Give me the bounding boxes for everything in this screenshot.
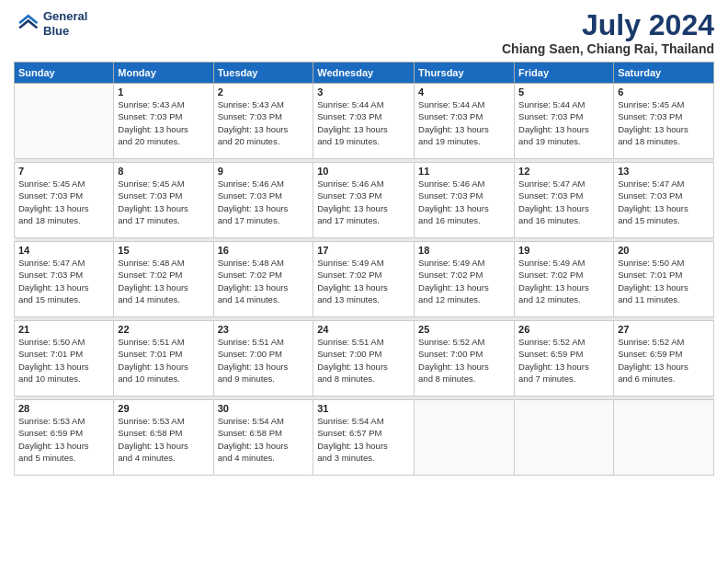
calendar-cell: 1Sunrise: 5:43 AMSunset: 7:03 PMDaylight… <box>114 84 213 159</box>
day-info: Sunrise: 5:46 AMSunset: 7:03 PMDaylight:… <box>218 178 310 226</box>
logo-icon <box>14 11 40 37</box>
page-container: General Blue July 2024 Chiang Saen, Chia… <box>0 0 728 563</box>
day-number: 7 <box>18 166 109 177</box>
calendar-cell: 26Sunrise: 5:52 AMSunset: 6:59 PMDayligh… <box>515 321 614 396</box>
logo-text: General Blue <box>43 9 87 38</box>
day-info: Sunrise: 5:44 AMSunset: 7:03 PMDaylight:… <box>418 98 510 147</box>
day-info: Sunrise: 5:46 AMSunset: 7:03 PMDaylight:… <box>317 178 410 226</box>
logo: General Blue <box>14 9 87 38</box>
day-number: 19 <box>518 245 609 256</box>
day-number: 5 <box>518 86 609 98</box>
calendar-header-sunday: Sunday <box>15 63 114 84</box>
day-number: 6 <box>618 86 710 98</box>
day-number: 24 <box>317 324 410 335</box>
calendar-header-thursday: Thursday <box>415 63 515 84</box>
day-number: 4 <box>418 86 510 98</box>
day-info: Sunrise: 5:44 AMSunset: 7:03 PMDaylight:… <box>317 98 410 147</box>
calendar-header-tuesday: Tuesday <box>213 63 313 84</box>
day-number: 14 <box>18 245 109 256</box>
day-info: Sunrise: 5:44 AMSunset: 7:03 PMDaylight:… <box>518 98 609 147</box>
calendar-cell: 20Sunrise: 5:50 AMSunset: 7:01 PMDayligh… <box>614 242 714 317</box>
calendar-cell: 12Sunrise: 5:47 AMSunset: 7:03 PMDayligh… <box>515 163 614 238</box>
day-number: 29 <box>118 403 209 414</box>
calendar-cell <box>15 84 114 159</box>
calendar-cell: 10Sunrise: 5:46 AMSunset: 7:03 PMDayligh… <box>313 163 415 238</box>
calendar-table: SundayMondayTuesdayWednesdayThursdayFrid… <box>14 62 714 476</box>
calendar-cell <box>614 400 714 476</box>
calendar-cell: 2Sunrise: 5:43 AMSunset: 7:03 PMDaylight… <box>213 84 313 159</box>
day-info: Sunrise: 5:54 AMSunset: 6:57 PMDaylight:… <box>317 415 410 464</box>
day-number: 22 <box>118 324 209 335</box>
calendar-cell: 24Sunrise: 5:51 AMSunset: 7:00 PMDayligh… <box>313 321 415 396</box>
calendar-header-monday: Monday <box>114 63 213 84</box>
day-number: 20 <box>618 245 710 256</box>
day-info: Sunrise: 5:53 AMSunset: 6:58 PMDaylight:… <box>118 415 209 464</box>
day-number: 31 <box>317 403 410 414</box>
calendar-cell: 4Sunrise: 5:44 AMSunset: 7:03 PMDaylight… <box>415 84 515 159</box>
day-number: 27 <box>618 324 710 335</box>
day-number: 26 <box>518 324 609 335</box>
day-info: Sunrise: 5:47 AMSunset: 7:03 PMDaylight:… <box>18 257 109 305</box>
calendar-cell: 31Sunrise: 5:54 AMSunset: 6:57 PMDayligh… <box>313 400 415 476</box>
day-number: 15 <box>118 245 209 256</box>
calendar-cell: 21Sunrise: 5:50 AMSunset: 7:01 PMDayligh… <box>15 321 114 396</box>
calendar-header-saturday: Saturday <box>614 63 714 84</box>
day-number: 3 <box>317 86 410 98</box>
calendar-header-wednesday: Wednesday <box>313 63 415 84</box>
calendar-cell: 17Sunrise: 5:49 AMSunset: 7:02 PMDayligh… <box>313 242 415 317</box>
day-info: Sunrise: 5:46 AMSunset: 7:03 PMDaylight:… <box>418 178 510 226</box>
day-info: Sunrise: 5:50 AMSunset: 7:01 PMDaylight:… <box>618 257 710 305</box>
day-info: Sunrise: 5:48 AMSunset: 7:02 PMDaylight:… <box>118 257 209 305</box>
day-info: Sunrise: 5:45 AMSunset: 7:03 PMDaylight:… <box>18 178 109 226</box>
calendar-cell: 6Sunrise: 5:45 AMSunset: 7:03 PMDaylight… <box>614 84 714 159</box>
calendar-cell <box>515 400 614 476</box>
day-info: Sunrise: 5:51 AMSunset: 7:01 PMDaylight:… <box>118 336 209 385</box>
day-number: 30 <box>218 403 310 414</box>
calendar-cell: 13Sunrise: 5:47 AMSunset: 7:03 PMDayligh… <box>614 163 714 238</box>
calendar-cell: 18Sunrise: 5:49 AMSunset: 7:02 PMDayligh… <box>415 242 515 317</box>
day-number: 8 <box>118 166 209 177</box>
day-info: Sunrise: 5:43 AMSunset: 7:03 PMDaylight:… <box>218 98 310 147</box>
calendar-week-2: 7Sunrise: 5:45 AMSunset: 7:03 PMDaylight… <box>15 163 714 238</box>
day-number: 23 <box>218 324 310 335</box>
day-info: Sunrise: 5:54 AMSunset: 6:58 PMDaylight:… <box>218 415 310 464</box>
day-info: Sunrise: 5:52 AMSunset: 6:59 PMDaylight:… <box>618 336 710 385</box>
calendar-week-3: 14Sunrise: 5:47 AMSunset: 7:03 PMDayligh… <box>15 242 714 317</box>
day-info: Sunrise: 5:51 AMSunset: 7:00 PMDaylight:… <box>218 336 310 385</box>
calendar-cell: 30Sunrise: 5:54 AMSunset: 6:58 PMDayligh… <box>213 400 313 476</box>
calendar-header-row: SundayMondayTuesdayWednesdayThursdayFrid… <box>15 63 714 84</box>
main-title: July 2024 <box>502 9 714 41</box>
calendar-week-5: 28Sunrise: 5:53 AMSunset: 6:59 PMDayligh… <box>15 400 714 476</box>
calendar-cell: 19Sunrise: 5:49 AMSunset: 7:02 PMDayligh… <box>515 242 614 317</box>
calendar-week-4: 21Sunrise: 5:50 AMSunset: 7:01 PMDayligh… <box>15 321 714 396</box>
day-number: 18 <box>418 245 510 256</box>
day-info: Sunrise: 5:49 AMSunset: 7:02 PMDaylight:… <box>418 257 510 305</box>
header: General Blue July 2024 Chiang Saen, Chia… <box>14 9 714 56</box>
day-info: Sunrise: 5:53 AMSunset: 6:59 PMDaylight:… <box>18 415 109 464</box>
day-number: 12 <box>518 166 609 177</box>
calendar-cell: 28Sunrise: 5:53 AMSunset: 6:59 PMDayligh… <box>15 400 114 476</box>
calendar-cell: 15Sunrise: 5:48 AMSunset: 7:02 PMDayligh… <box>114 242 213 317</box>
subtitle: Chiang Saen, Chiang Rai, Thailand <box>502 41 714 56</box>
day-info: Sunrise: 5:45 AMSunset: 7:03 PMDaylight:… <box>118 178 209 226</box>
day-info: Sunrise: 5:50 AMSunset: 7:01 PMDaylight:… <box>18 336 109 385</box>
svg-rect-0 <box>14 11 40 37</box>
day-info: Sunrise: 5:48 AMSunset: 7:02 PMDaylight:… <box>218 257 310 305</box>
day-info: Sunrise: 5:45 AMSunset: 7:03 PMDaylight:… <box>618 98 710 147</box>
day-number: 16 <box>218 245 310 256</box>
calendar-cell: 11Sunrise: 5:46 AMSunset: 7:03 PMDayligh… <box>415 163 515 238</box>
day-info: Sunrise: 5:47 AMSunset: 7:03 PMDaylight:… <box>618 178 710 226</box>
day-number: 28 <box>18 403 109 414</box>
title-section: July 2024 Chiang Saen, Chiang Rai, Thail… <box>502 9 714 56</box>
day-number: 25 <box>418 324 510 335</box>
day-number: 17 <box>317 245 410 256</box>
day-info: Sunrise: 5:43 AMSunset: 7:03 PMDaylight:… <box>118 98 209 147</box>
day-number: 1 <box>118 86 209 98</box>
day-number: 13 <box>618 166 710 177</box>
calendar-cell: 8Sunrise: 5:45 AMSunset: 7:03 PMDaylight… <box>114 163 213 238</box>
day-number: 2 <box>218 86 310 98</box>
calendar-week-1: 1Sunrise: 5:43 AMSunset: 7:03 PMDaylight… <box>15 84 714 159</box>
calendar-cell: 29Sunrise: 5:53 AMSunset: 6:58 PMDayligh… <box>114 400 213 476</box>
day-number: 10 <box>317 166 410 177</box>
day-info: Sunrise: 5:49 AMSunset: 7:02 PMDaylight:… <box>317 257 410 305</box>
